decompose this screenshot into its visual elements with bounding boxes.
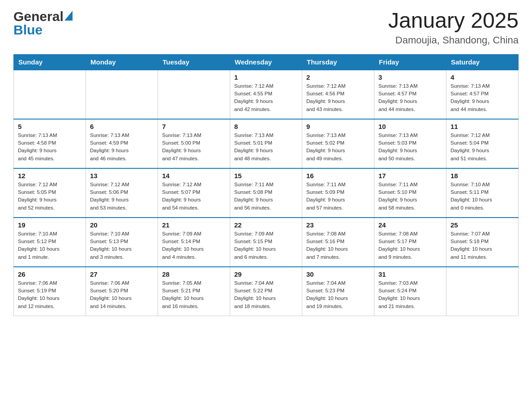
calendar-header-row: SundayMondayTuesdayWednesdayThursdayFrid… [14,54,519,70]
day-info: Sunrise: 7:04 AM Sunset: 5:23 PM Dayligh… [306,279,370,310]
day-info: Sunrise: 7:10 AM Sunset: 5:11 PM Dayligh… [450,181,514,212]
calendar-cell: 30Sunrise: 7:04 AM Sunset: 5:23 PM Dayli… [302,267,374,316]
day-info: Sunrise: 7:13 AM Sunset: 4:59 PM Dayligh… [90,132,154,163]
day-number: 17 [378,172,442,180]
day-info: Sunrise: 7:13 AM Sunset: 4:58 PM Dayligh… [18,132,82,163]
day-number: 19 [18,221,82,229]
calendar-cell: 16Sunrise: 7:11 AM Sunset: 5:09 PM Dayli… [302,168,374,218]
day-number: 6 [90,123,154,130]
day-info: Sunrise: 7:05 AM Sunset: 5:21 PM Dayligh… [162,279,226,310]
calendar-table: SundayMondayTuesdayWednesdayThursdayFrid… [13,54,519,317]
calendar-cell [14,70,86,119]
day-number: 1 [234,73,298,81]
day-info: Sunrise: 7:13 AM Sunset: 5:01 PM Dayligh… [234,132,298,163]
calendar-cell: 21Sunrise: 7:09 AM Sunset: 5:14 PM Dayli… [158,218,230,267]
day-number: 27 [90,270,154,278]
page-header: General Blue January 2025 Damoujia, Shan… [13,9,519,46]
logo-blue: Blue [13,22,43,38]
calendar-cell [446,267,519,316]
logo-general: General [13,9,64,24]
day-info: Sunrise: 7:13 AM Sunset: 5:03 PM Dayligh… [378,132,442,163]
calendar-cell: 1Sunrise: 7:12 AM Sunset: 4:55 PM Daylig… [230,70,302,119]
calendar-cell: 22Sunrise: 7:09 AM Sunset: 5:15 PM Dayli… [230,218,302,267]
calendar-cell: 2Sunrise: 7:12 AM Sunset: 4:56 PM Daylig… [302,70,374,119]
svg-marker-0 [64,11,73,21]
calendar-cell: 6Sunrise: 7:13 AM Sunset: 4:59 PM Daylig… [86,119,158,168]
day-info: Sunrise: 7:13 AM Sunset: 5:00 PM Dayligh… [162,132,226,163]
day-number: 31 [378,270,442,278]
calendar-cell: 15Sunrise: 7:11 AM Sunset: 5:08 PM Dayli… [230,168,302,218]
day-info: Sunrise: 7:13 AM Sunset: 5:02 PM Dayligh… [306,132,370,163]
calendar-week-5: 26Sunrise: 7:06 AM Sunset: 5:19 PM Dayli… [14,267,519,316]
calendar-cell: 3Sunrise: 7:13 AM Sunset: 4:57 PM Daylig… [374,70,446,119]
day-info: Sunrise: 7:08 AM Sunset: 5:16 PM Dayligh… [306,230,370,261]
day-number: 5 [18,123,82,130]
calendar-cell: 11Sunrise: 7:12 AM Sunset: 5:04 PM Dayli… [446,119,519,168]
logo-triangle-icon [64,11,73,21]
day-info: Sunrise: 7:06 AM Sunset: 5:20 PM Dayligh… [90,279,154,310]
calendar-cell: 13Sunrise: 7:12 AM Sunset: 5:06 PM Dayli… [86,168,158,218]
day-info: Sunrise: 7:04 AM Sunset: 5:22 PM Dayligh… [234,279,298,310]
logo: General Blue [13,9,73,38]
day-info: Sunrise: 7:12 AM Sunset: 4:56 PM Dayligh… [306,82,370,113]
calendar-cell: 25Sunrise: 7:07 AM Sunset: 5:18 PM Dayli… [446,218,519,267]
calendar-week-2: 5Sunrise: 7:13 AM Sunset: 4:58 PM Daylig… [14,119,519,168]
location: Damoujia, Shandong, China [388,34,519,46]
day-info: Sunrise: 7:12 AM Sunset: 4:55 PM Dayligh… [234,82,298,113]
day-info: Sunrise: 7:09 AM Sunset: 5:14 PM Dayligh… [162,230,226,261]
calendar-cell: 31Sunrise: 7:03 AM Sunset: 5:24 PM Dayli… [374,267,446,316]
day-info: Sunrise: 7:11 AM Sunset: 5:08 PM Dayligh… [234,181,298,212]
day-info: Sunrise: 7:08 AM Sunset: 5:17 PM Dayligh… [378,230,442,261]
calendar-cell [86,70,158,119]
day-info: Sunrise: 7:11 AM Sunset: 5:09 PM Dayligh… [306,181,370,212]
column-header-tuesday: Tuesday [158,54,230,70]
calendar-cell [158,70,230,119]
calendar-cell: 14Sunrise: 7:12 AM Sunset: 5:07 PM Dayli… [158,168,230,218]
title-section: January 2025 Damoujia, Shandong, China [388,9,519,46]
day-number: 15 [234,172,298,180]
day-number: 3 [378,73,442,81]
day-info: Sunrise: 7:10 AM Sunset: 5:12 PM Dayligh… [18,230,82,261]
day-info: Sunrise: 7:13 AM Sunset: 4:57 PM Dayligh… [450,82,514,113]
calendar-week-1: 1Sunrise: 7:12 AM Sunset: 4:55 PM Daylig… [14,70,519,119]
day-number: 22 [234,221,298,229]
calendar-cell: 8Sunrise: 7:13 AM Sunset: 5:01 PM Daylig… [230,119,302,168]
day-number: 13 [90,172,154,180]
day-number: 29 [234,270,298,278]
day-info: Sunrise: 7:07 AM Sunset: 5:18 PM Dayligh… [450,230,514,261]
day-number: 14 [162,172,226,180]
day-info: Sunrise: 7:09 AM Sunset: 5:15 PM Dayligh… [234,230,298,261]
calendar-cell: 17Sunrise: 7:11 AM Sunset: 5:10 PM Dayli… [374,168,446,218]
day-number: 8 [234,123,298,130]
day-info: Sunrise: 7:11 AM Sunset: 5:10 PM Dayligh… [378,181,442,212]
calendar-cell: 10Sunrise: 7:13 AM Sunset: 5:03 PM Dayli… [374,119,446,168]
day-number: 28 [162,270,226,278]
day-number: 11 [450,123,514,130]
month-title: January 2025 [388,9,519,33]
calendar-cell: 19Sunrise: 7:10 AM Sunset: 5:12 PM Dayli… [14,218,86,267]
day-info: Sunrise: 7:12 AM Sunset: 5:07 PM Dayligh… [162,181,226,212]
calendar-cell: 12Sunrise: 7:12 AM Sunset: 5:05 PM Dayli… [14,168,86,218]
calendar-cell: 20Sunrise: 7:10 AM Sunset: 5:13 PM Dayli… [86,218,158,267]
column-header-saturday: Saturday [446,54,519,70]
day-number: 9 [306,123,370,130]
day-info: Sunrise: 7:12 AM Sunset: 5:05 PM Dayligh… [18,181,82,212]
day-number: 10 [378,123,442,130]
day-info: Sunrise: 7:06 AM Sunset: 5:19 PM Dayligh… [18,279,82,310]
column-header-wednesday: Wednesday [230,54,302,70]
day-number: 7 [162,123,226,130]
calendar-cell: 23Sunrise: 7:08 AM Sunset: 5:16 PM Dayli… [302,218,374,267]
day-number: 30 [306,270,370,278]
calendar-cell: 27Sunrise: 7:06 AM Sunset: 5:20 PM Dayli… [86,267,158,316]
column-header-sunday: Sunday [14,54,86,70]
column-header-thursday: Thursday [302,54,374,70]
day-number: 12 [18,172,82,180]
calendar-cell: 9Sunrise: 7:13 AM Sunset: 5:02 PM Daylig… [302,119,374,168]
calendar-week-3: 12Sunrise: 7:12 AM Sunset: 5:05 PM Dayli… [14,168,519,218]
day-number: 25 [450,221,514,229]
calendar-cell: 7Sunrise: 7:13 AM Sunset: 5:00 PM Daylig… [158,119,230,168]
day-number: 26 [18,270,82,278]
calendar-cell: 4Sunrise: 7:13 AM Sunset: 4:57 PM Daylig… [446,70,519,119]
calendar-cell: 18Sunrise: 7:10 AM Sunset: 5:11 PM Dayli… [446,168,519,218]
day-info: Sunrise: 7:12 AM Sunset: 5:04 PM Dayligh… [450,132,514,163]
